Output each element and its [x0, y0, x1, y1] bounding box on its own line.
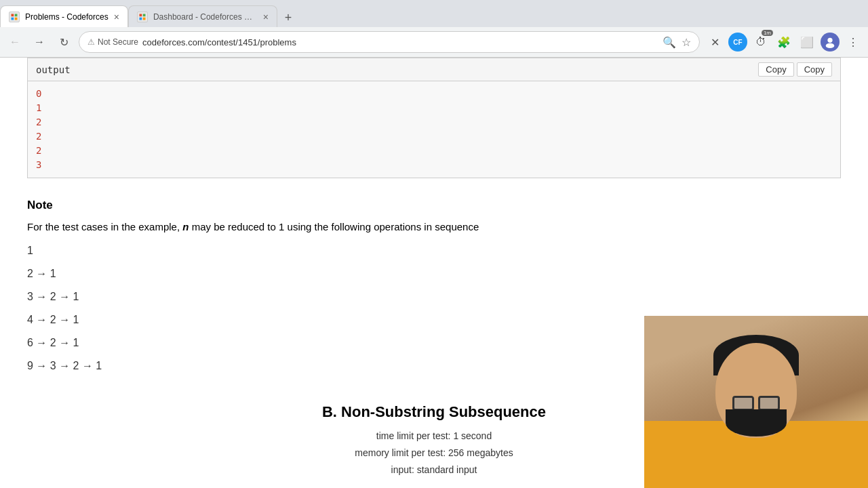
browser-chrome: Problems - Codeforces × Dashboard - Code…	[0, 0, 868, 58]
extension-icon-cf[interactable]: CF	[728, 33, 747, 52]
reload-button[interactable]: ↻	[54, 33, 73, 52]
address-bar[interactable]: ⚠ Not Secure codeforces.com/contest/1451…	[79, 31, 700, 53]
svg-rect-1	[15, 14, 18, 16]
address-bar-row: ← → ↻ ⚠ Not Secure codeforces.com/contes…	[0, 27, 868, 57]
page-content: output Copy Copy 0 1 2 2 2 3 Note For th…	[0, 58, 868, 488]
tab-close-2[interactable]: ×	[263, 12, 269, 22]
output-body: 0 1 2 2 2 3	[28, 81, 840, 178]
svg-rect-2	[12, 17, 14, 20]
extension-icon-x[interactable]: ✕	[705, 33, 724, 52]
tab-label-1: Problems - Codeforces	[25, 12, 108, 22]
svg-point-9	[826, 43, 835, 48]
security-indicator: ⚠ Not Secure	[87, 37, 138, 47]
svg-rect-5	[143, 14, 146, 16]
svg-rect-3	[15, 17, 18, 20]
timer-badge: 1m	[762, 30, 773, 36]
sequence-3: 3 → 2 → 1	[27, 291, 841, 303]
new-tab-button[interactable]: +	[277, 8, 299, 27]
note-n-var: n	[182, 221, 189, 232]
output-line-2: 2	[36, 115, 832, 129]
glass-right	[758, 396, 780, 411]
svg-rect-7	[143, 17, 146, 20]
note-description: For the test cases in the example, n may…	[27, 219, 841, 235]
address-text: codeforces.com/contest/1451/problems	[142, 37, 658, 47]
svg-rect-6	[139, 17, 142, 20]
webcam-overlay	[644, 316, 868, 488]
output-label: output	[36, 64, 71, 75]
output-container: output Copy Copy 0 1 2 2 2 3	[27, 58, 841, 178]
screen-cast-icon[interactable]: ⬜	[797, 33, 816, 52]
person-glasses	[732, 396, 780, 411]
extension-puzzle-icon[interactable]: 🧩	[774, 33, 793, 52]
svg-rect-0	[12, 14, 14, 16]
note-suffix-text: may be reduced to 1 using the following …	[192, 221, 479, 232]
user-avatar[interactable]	[821, 33, 840, 52]
note-title: Note	[27, 199, 841, 212]
webcam-person	[644, 316, 868, 488]
security-label: Not Secure	[98, 37, 138, 47]
search-icon[interactable]: 🔍	[663, 36, 676, 49]
copy-buttons: Copy Copy	[758, 62, 832, 77]
tab-close-1[interactable]: ×	[114, 12, 119, 22]
sequence-1: 1	[27, 245, 841, 257]
tab-favicon-2	[137, 12, 148, 22]
output-line-0: 0	[36, 87, 832, 101]
sequence-2: 2 → 1	[27, 268, 841, 280]
warning-icon: ⚠	[87, 37, 95, 47]
note-prefix: For the test cases in the example,	[27, 221, 180, 232]
bookmark-icon[interactable]: ☆	[682, 36, 691, 49]
glass-left	[732, 396, 754, 411]
output-line-3: 2	[36, 129, 832, 144]
tab-label-2: Dashboard - Codeforces Roun...	[153, 12, 258, 22]
copy-button-1[interactable]: Copy	[758, 62, 793, 77]
output-line-4: 2	[36, 144, 832, 158]
back-button[interactable]: ←	[5, 33, 24, 52]
output-line-1: 1	[36, 101, 832, 115]
output-header: output Copy Copy	[28, 58, 840, 81]
copy-button-2[interactable]: Copy	[797, 62, 832, 77]
address-icons: 🔍 ☆	[663, 36, 691, 49]
tab-inactive[interactable]: Dashboard - Codeforces Roun... ×	[128, 5, 277, 27]
svg-rect-4	[139, 14, 142, 16]
timer-icon[interactable]: ⏱ 1m	[751, 33, 770, 52]
toolbar-icons: ✕ CF ⏱ 1m 🧩 ⬜ ⋮	[705, 33, 863, 52]
menu-button[interactable]: ⋮	[844, 33, 863, 52]
tab-bar: Problems - Codeforces × Dashboard - Code…	[0, 0, 868, 27]
tab-active[interactable]: Problems - Codeforces ×	[0, 5, 128, 27]
tab-favicon-1	[9, 12, 20, 22]
forward-button[interactable]: →	[30, 33, 49, 52]
person-beard	[726, 409, 787, 436]
svg-point-8	[827, 38, 832, 43]
output-line-5: 3	[36, 158, 832, 172]
